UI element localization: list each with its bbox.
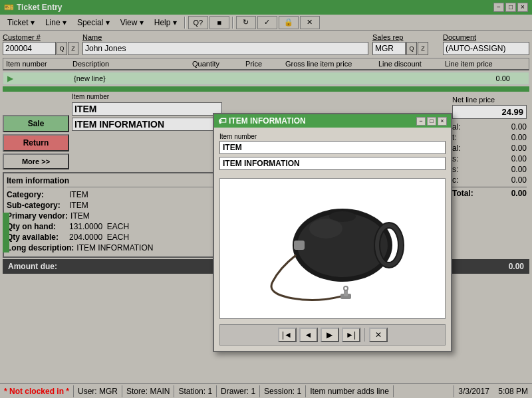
modal-overlay: 🏷 ITEM INFORMATION − □ × Item number — [0, 0, 532, 398]
svg-point-8 — [309, 219, 342, 239]
modal-controls: − □ × — [416, 117, 447, 126]
modal-item-info-input[interactable] — [219, 157, 446, 170]
modal-body: Item number — [214, 128, 451, 351]
svg-rect-9 — [294, 241, 305, 250]
nav-play-btn[interactable]: ▶ — [321, 328, 339, 342]
nav-close-btn[interactable]: ✕ — [369, 328, 388, 342]
leash-image — [239, 189, 426, 308]
item-modal: 🏷 ITEM INFORMATION − □ × Item number — [213, 113, 452, 352]
modal-nav-bar: |◄ ◄ ▶ ►| ✕ — [219, 324, 446, 346]
modal-item-number-label: Item number — [219, 133, 446, 140]
nav-first-btn[interactable]: |◄ — [278, 328, 297, 342]
svg-point-7 — [344, 286, 348, 290]
modal-title-bar: 🏷 ITEM INFORMATION − □ × — [214, 114, 451, 128]
modal-close-btn[interactable]: × — [438, 117, 447, 126]
modal-title: 🏷 ITEM INFORMATION — [218, 116, 306, 126]
modal-minimize-btn[interactable]: − — [416, 117, 426, 126]
nav-next-btn[interactable]: ►| — [342, 328, 360, 342]
modal-fields: Item number — [219, 133, 446, 173]
modal-image-area — [219, 178, 446, 319]
modal-item-number-input[interactable] — [219, 141, 446, 154]
nav-prev-btn[interactable]: ◄ — [299, 328, 318, 342]
modal-icon: 🏷 — [218, 116, 226, 126]
modal-restore-btn[interactable]: □ — [427, 117, 436, 126]
nav-separator — [364, 328, 365, 342]
